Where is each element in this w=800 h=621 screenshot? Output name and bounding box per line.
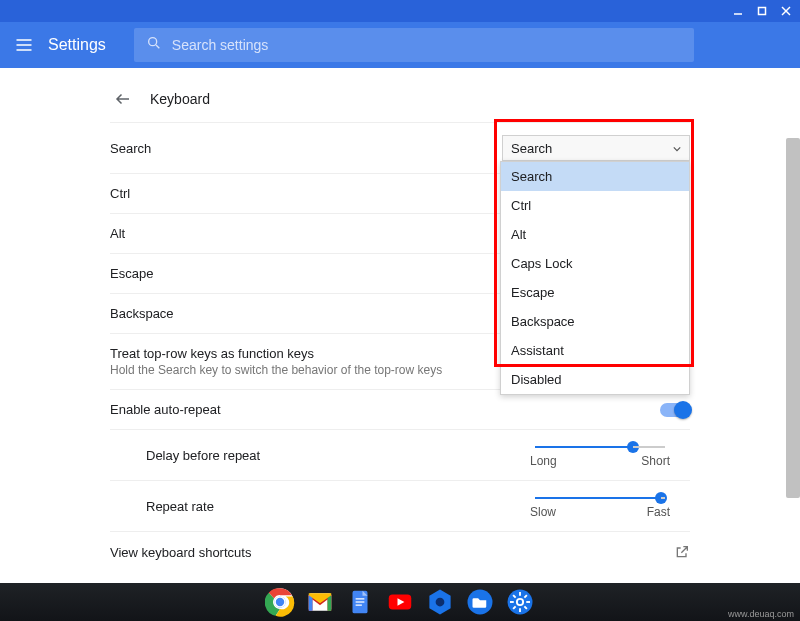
rate-slider-track[interactable] <box>535 497 665 499</box>
dropdown-option-assistant[interactable]: Assistant <box>501 336 689 365</box>
content-scroll-area: Keyboard Search Search Search Ctrl Alt C… <box>0 68 800 583</box>
open-external-icon[interactable] <box>674 544 690 560</box>
row-sublabel: Hold the Search key to switch the behavi… <box>110 363 442 377</box>
dropdown-option-ctrl[interactable]: Ctrl <box>501 191 689 220</box>
row-label: Alt <box>110 226 125 241</box>
svg-rect-11 <box>309 595 313 611</box>
slider-label-right: Fast <box>647 505 670 519</box>
scrollbar[interactable] <box>786 68 800 583</box>
youtube-icon[interactable] <box>385 587 415 617</box>
svg-point-18 <box>436 598 445 607</box>
row-label: Delay before repeat <box>110 448 260 463</box>
row-label: Ctrl <box>110 186 130 201</box>
row-rate: Repeat rate Slow Fast <box>110 480 690 531</box>
row-label: Enable auto-repeat <box>110 402 221 417</box>
app-hexagon-icon[interactable] <box>425 587 455 617</box>
svg-rect-12 <box>328 595 332 611</box>
app-header: Settings <box>0 22 800 68</box>
dropdown-option-search[interactable]: Search <box>501 162 689 191</box>
row-shortcuts[interactable]: View keyboard shortcuts <box>110 531 690 572</box>
search-icon <box>146 35 162 55</box>
row-search: Search Search Search Ctrl Alt Caps Lock … <box>110 122 690 173</box>
svg-rect-15 <box>356 601 365 602</box>
svg-rect-16 <box>356 605 362 606</box>
menu-icon[interactable] <box>14 35 34 55</box>
scrollbar-thumb[interactable] <box>786 138 800 498</box>
dropdown-option-backspace[interactable]: Backspace <box>501 307 689 336</box>
back-arrow-icon[interactable] <box>114 90 132 108</box>
row-label: Search <box>110 141 151 156</box>
svg-line-5 <box>156 45 159 48</box>
settings-icon[interactable] <box>505 587 535 617</box>
files-icon[interactable] <box>465 587 495 617</box>
window-close-button[interactable] <box>778 3 794 19</box>
row-delay: Delay before repeat Long Short <box>110 429 690 480</box>
chrome-icon[interactable] <box>265 587 295 617</box>
settings-panel: Keyboard Search Search Search Ctrl Alt C… <box>110 68 690 572</box>
dropdown-option-alt[interactable]: Alt <box>501 220 689 249</box>
dropdown-menu: Search Ctrl Alt Caps Lock Escape Backspa… <box>500 161 690 395</box>
dropdown-option-capslock[interactable]: Caps Lock <box>501 249 689 278</box>
row-auto-repeat: Enable auto-repeat <box>110 389 690 429</box>
svg-rect-14 <box>356 598 365 599</box>
search-input[interactable] <box>172 37 682 53</box>
app-title: Settings <box>48 36 106 54</box>
row-label: Repeat rate <box>110 499 214 514</box>
window-maximize-button[interactable] <box>754 3 770 19</box>
slider-label-left: Long <box>530 454 557 468</box>
svg-rect-1 <box>759 8 766 15</box>
window-minimize-button[interactable] <box>730 3 746 19</box>
search-key-dropdown[interactable]: Search <box>502 135 690 161</box>
slider-label-right: Short <box>641 454 670 468</box>
dropdown-option-disabled[interactable]: Disabled <box>501 365 689 394</box>
gmail-icon[interactable] <box>305 587 335 617</box>
auto-repeat-toggle[interactable] <box>660 403 690 417</box>
chevron-down-icon <box>673 141 681 156</box>
docs-icon[interactable] <box>345 587 375 617</box>
row-label: View keyboard shortcuts <box>110 545 251 560</box>
row-label: Treat top-row keys as function keys <box>110 346 442 361</box>
taskbar: www.deuaq.com <box>0 583 800 621</box>
panel-header: Keyboard <box>110 82 690 122</box>
page-title: Keyboard <box>150 91 210 107</box>
slider-label-left: Slow <box>530 505 556 519</box>
dropdown-value: Search <box>511 141 552 156</box>
svg-point-4 <box>148 38 156 46</box>
window-titlebar <box>0 0 800 22</box>
delay-slider-track[interactable] <box>535 446 665 448</box>
row-label: Escape <box>110 266 153 281</box>
row-label: Backspace <box>110 306 174 321</box>
dropdown-option-escape[interactable]: Escape <box>501 278 689 307</box>
search-bar[interactable] <box>134 28 694 62</box>
watermark: www.deuaq.com <box>728 609 794 619</box>
taskbar-dock <box>265 587 535 617</box>
